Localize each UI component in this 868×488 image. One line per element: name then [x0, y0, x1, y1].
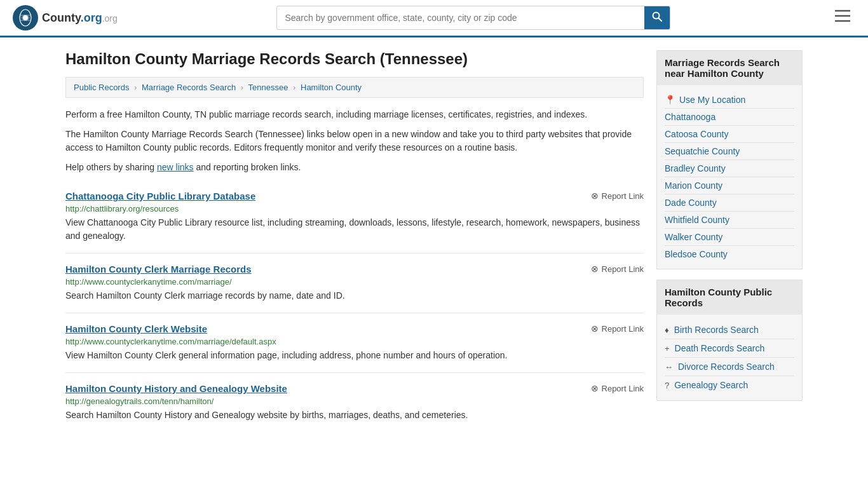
record-label-0: Birth Records Search	[674, 325, 759, 335]
breadcrumb-marriage-records[interactable]: Marriage Records Search	[142, 83, 236, 92]
report-link-label-2: Report Link	[602, 324, 644, 334]
description-3: Help others by sharing new links and rep…	[65, 161, 644, 174]
search-input[interactable]	[277, 8, 644, 28]
logo-area: County.org.org	[13, 5, 118, 30]
page-title: Hamilton County Marriage Records Search …	[65, 50, 644, 68]
nearby-link-6[interactable]: Whitfield County	[665, 212, 794, 229]
breadcrumb-tennessee[interactable]: Tennessee	[248, 83, 288, 92]
result-title-3[interactable]: Hamilton County History and Genealogy We…	[65, 383, 287, 394]
nearby-link-7[interactable]: Walker County	[665, 229, 794, 246]
description-3-prefix: Help others by sharing	[65, 162, 157, 172]
logo-text: County.org.org	[42, 11, 118, 25]
result-desc-3: Search Hamilton County History and Genea…	[65, 409, 644, 422]
result-url-1[interactable]: http://www.countyclerkanytime.com/marria…	[65, 277, 644, 287]
description-2: The Hamilton County Marriage Records Sea…	[65, 128, 644, 154]
result-header-2: Hamilton County Clerk Website ⊗ Report L…	[65, 323, 644, 334]
public-record-link-1[interactable]: +Death Records Search	[665, 339, 794, 358]
nearby-link-0[interactable]: Chattanooga	[665, 109, 794, 126]
record-icon-3: ?	[665, 381, 669, 390]
record-icon-1: +	[665, 344, 670, 353]
public-records-box: Hamilton County Public Records ♦Birth Re…	[656, 280, 803, 401]
nearby-link-8[interactable]: Bledsoe County	[665, 246, 794, 262]
report-icon-0: ⊗	[591, 191, 599, 201]
search-button[interactable]	[644, 6, 670, 29]
report-link-3[interactable]: ⊗ Report Link	[591, 383, 644, 393]
result-entry-1: Hamilton County Clerk Marriage Records ⊗…	[65, 254, 644, 313]
result-url-3[interactable]: http://genealogytrails.com/tenn/hamilton…	[65, 396, 644, 406]
public-records-body: ♦Birth Records Search+Death Records Sear…	[657, 315, 802, 400]
menu-button[interactable]	[830, 7, 855, 29]
record-icon-0: ♦	[665, 325, 669, 335]
breadcrumb: Public Records › Marriage Records Search…	[65, 77, 644, 98]
svg-point-1	[23, 15, 28, 20]
breadcrumb-sep-2: ›	[241, 83, 243, 92]
nearby-header: Marriage Records Search near Hamilton Co…	[657, 51, 802, 85]
result-title-1[interactable]: Hamilton County Clerk Marriage Records	[65, 264, 252, 274]
public-record-link-2[interactable]: ↔Divorce Records Search	[665, 358, 794, 376]
result-entry-0: Chattanooga City Public Library Database…	[65, 180, 644, 254]
record-label-3: Genealogy Search	[674, 380, 748, 390]
result-title-0[interactable]: Chattanooga City Public Library Database	[65, 191, 255, 201]
public-record-link-3[interactable]: ?Genealogy Search	[665, 376, 794, 394]
svg-line-4	[659, 18, 662, 22]
result-header-3: Hamilton County History and Genealogy We…	[65, 383, 644, 394]
main-container: Hamilton County Marriage Records Search …	[53, 37, 815, 445]
nearby-box: Marriage Records Search near Hamilton Co…	[656, 50, 803, 269]
result-url-0[interactable]: http://chattlibrary.org/resources	[65, 204, 644, 214]
search-area	[276, 6, 670, 30]
description-1: Perform a free Hamilton County, TN publi…	[65, 108, 644, 121]
report-link-label-1: Report Link	[602, 264, 644, 274]
public-record-link-0[interactable]: ♦Birth Records Search	[665, 321, 794, 339]
report-icon-3: ⊗	[591, 383, 599, 393]
use-location-link[interactable]: 📍 Use My Location	[665, 92, 794, 109]
report-link-label-0: Report Link	[602, 191, 644, 201]
page-header: County.org.org	[0, 0, 868, 37]
report-icon-2: ⊗	[591, 323, 599, 334]
report-link-0[interactable]: ⊗ Report Link	[591, 191, 644, 201]
result-header-1: Hamilton County Clerk Marriage Records ⊗…	[65, 264, 644, 274]
report-link-1[interactable]: ⊗ Report Link	[591, 264, 644, 274]
result-header-0: Chattanooga City Public Library Database…	[65, 191, 644, 201]
description-3-suffix: and reporting broken links.	[194, 162, 301, 172]
breadcrumb-sep-1: ›	[134, 83, 137, 92]
nearby-body: 📍 Use My Location ChattanoogaCatoosa Cou…	[657, 85, 802, 269]
result-entry-3: Hamilton County History and Genealogy We…	[65, 373, 644, 432]
content-area: Hamilton County Marriage Records Search …	[65, 50, 644, 432]
result-desc-0: View Chattanooga City Public Library res…	[65, 216, 644, 243]
logo-icon	[13, 5, 38, 30]
record-label-1: Death Records Search	[675, 343, 765, 353]
record-icon-2: ↔	[665, 362, 673, 372]
new-links-link[interactable]: new links	[157, 162, 194, 172]
report-link-label-3: Report Link	[602, 384, 644, 393]
record-label-2: Divorce Records Search	[678, 362, 775, 372]
result-entry-2: Hamilton County Clerk Website ⊗ Report L…	[65, 313, 644, 373]
breadcrumb-public-records[interactable]: Public Records	[74, 83, 129, 92]
result-desc-1: Search Hamilton County Clerk marriage re…	[65, 289, 644, 302]
sidebar: Marriage Records Search near Hamilton Co…	[656, 50, 803, 432]
location-pin-icon: 📍	[665, 95, 675, 105]
results-list: Chattanooga City Public Library Database…	[65, 180, 644, 432]
breadcrumb-hamilton[interactable]: Hamilton County	[301, 83, 362, 92]
nearby-link-2[interactable]: Sequatchie County	[665, 143, 794, 160]
nearby-link-5[interactable]: Dade County	[665, 194, 794, 212]
breadcrumb-sep-3: ›	[293, 83, 295, 92]
nearby-link-3[interactable]: Bradley County	[665, 160, 794, 177]
report-link-2[interactable]: ⊗ Report Link	[591, 323, 644, 334]
nearby-link-4[interactable]: Marion County	[665, 177, 794, 194]
result-title-2[interactable]: Hamilton County Clerk Website	[65, 323, 207, 334]
result-url-2[interactable]: http://www.countyclerkanytime.com/marria…	[65, 337, 644, 346]
nearby-link-1[interactable]: Catoosa County	[665, 126, 794, 143]
report-icon-1: ⊗	[591, 264, 599, 274]
result-desc-2: View Hamilton County Clerk general infor…	[65, 349, 644, 362]
public-records-header: Hamilton County Public Records	[657, 280, 802, 315]
